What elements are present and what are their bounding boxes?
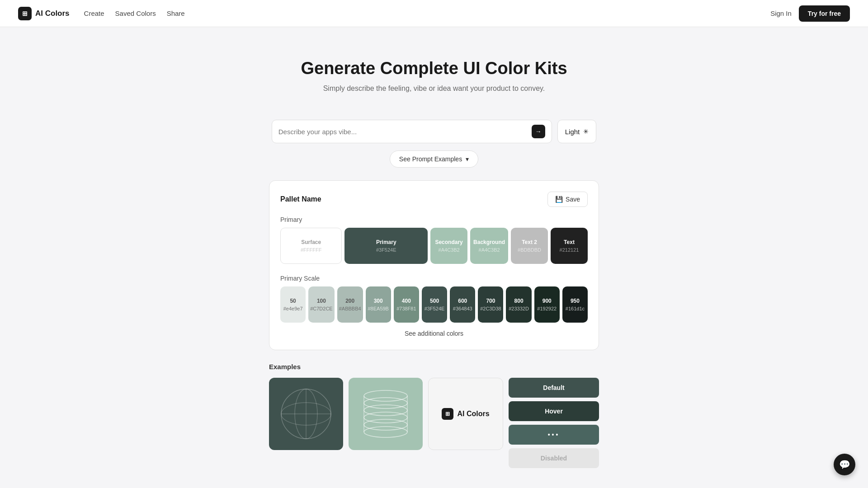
prompt-examples-button[interactable]: See Prompt Examples ▾ (390, 150, 478, 168)
swatch-surface[interactable]: Surface #FFFFFF (280, 228, 342, 264)
logo-text: AI Colors (35, 9, 70, 18)
palette-header: Pallet Name 💾 Save (280, 192, 588, 207)
chevron-down-icon: ▾ (466, 155, 469, 163)
see-additional-colors-button[interactable]: See additional colors (280, 323, 588, 339)
scale-label: 500 (430, 298, 439, 304)
scale-label: 600 (458, 298, 467, 304)
scale-400[interactable]: 400 #738F81 (394, 286, 419, 323)
scale-600[interactable]: 600 #364843 (450, 286, 475, 323)
logo[interactable]: ⊞ AI Colors (18, 7, 70, 20)
search-bar: → (272, 120, 552, 143)
swatch-hex: #A4C3B2 (439, 247, 460, 253)
search-input[interactable] (278, 128, 532, 136)
scale-label: 900 (542, 298, 552, 304)
mode-icon: ✳ (583, 128, 589, 135)
hero-section: Generate Complete UI Color Kits Simply d… (0, 27, 868, 111)
scale-500[interactable]: 500 #3F524E (422, 286, 447, 323)
hero-subtitle: Simply describe the feeling, vibe or ide… (9, 84, 859, 93)
scale-label: 950 (571, 298, 580, 304)
svg-point-8 (364, 412, 407, 423)
save-label: Save (566, 196, 580, 203)
primary-scale: 50 #e4e9e7 100 #C7D2CE 200 #ABBBB4 300 #… (280, 286, 588, 323)
nav-create[interactable]: Create (84, 9, 104, 17)
sphere-illustration (279, 387, 333, 441)
svg-point-7 (364, 405, 407, 416)
search-section: → Light ✳ (0, 111, 868, 143)
hover-button[interactable]: Hover (509, 401, 599, 421)
logo-icon: ⊞ (18, 7, 32, 20)
scale-950[interactable]: 950 #161d1c (562, 286, 588, 323)
navbar: ⊞ AI Colors Create Saved Colors Share Si… (0, 0, 868, 27)
examples-label: Examples (269, 363, 599, 371)
scale-hex: #738F81 (396, 306, 416, 311)
examples-section: Examples (269, 363, 599, 488)
swatch-background[interactable]: Background #A4C3B2 (470, 228, 508, 264)
buttons-panel: Default Hover ••• Disabled (509, 378, 599, 468)
swatch-label: Text 2 (522, 239, 537, 245)
scale-200[interactable]: 200 #ABBBB4 (337, 286, 363, 323)
nav-share[interactable]: Share (167, 9, 185, 17)
default-button[interactable]: Default (509, 378, 599, 398)
search-submit-button[interactable]: → (532, 125, 545, 138)
try-for-free-button[interactable]: Try for free (799, 5, 850, 22)
mode-toggle-button[interactable]: Light ✳ (557, 120, 597, 143)
scale-label: 700 (486, 298, 495, 304)
swatch-hex: #212121 (560, 247, 579, 253)
primary-swatches: Surface #FFFFFF Primary #3F524E Secondar… (280, 228, 588, 264)
rings-illustration (361, 387, 410, 441)
svg-point-5 (364, 390, 407, 401)
scale-label: 800 (514, 298, 524, 304)
primary-section-label: Primary (280, 216, 588, 223)
example-card-dark (269, 378, 343, 450)
swatch-hex: #FFFFFF (301, 247, 321, 253)
scale-100[interactable]: 100 #C7D2CE (308, 286, 335, 323)
swatch-primary[interactable]: Primary #3F524E (344, 228, 428, 264)
scale-hex: #364843 (453, 306, 472, 311)
scale-section-label: Primary Scale (280, 275, 588, 282)
swatch-secondary[interactable]: Secondary #A4C3B2 (430, 228, 467, 264)
scale-hex: #e4e9e7 (283, 306, 303, 311)
loading-button[interactable]: ••• (509, 425, 599, 445)
scale-hex: #161d1c (566, 306, 585, 311)
scale-900[interactable]: 900 #192922 (534, 286, 560, 323)
nav-links: Create Saved Colors Share (84, 9, 771, 17)
scale-label: 400 (402, 298, 411, 304)
scale-300[interactable]: 300 #8EA59B (366, 286, 391, 323)
chat-icon: 💬 (839, 459, 850, 470)
scale-label: 300 (374, 298, 383, 304)
scale-label: 200 (345, 298, 354, 304)
scale-hex: #C7D2CE (310, 306, 333, 311)
swatch-text[interactable]: Text #212121 (551, 228, 588, 264)
save-icon: 💾 (555, 196, 563, 203)
swatch-text2[interactable]: Text 2 #BDBDBD (511, 228, 548, 264)
svg-point-9 (364, 419, 407, 430)
save-button[interactable]: 💾 Save (547, 192, 588, 207)
disabled-button: Disabled (509, 448, 599, 468)
scale-hex: #8EA59B (368, 306, 388, 311)
scale-50[interactable]: 50 #e4e9e7 (280, 286, 306, 323)
scale-hex: #2C3D38 (480, 306, 501, 311)
swatch-label: Background (473, 239, 505, 245)
scale-hex: #23332D (509, 306, 529, 311)
scale-label: 50 (290, 298, 296, 304)
palette-name: Pallet Name (280, 195, 321, 203)
scale-hex: #3F524E (425, 306, 445, 311)
swatch-label: Primary (376, 239, 396, 245)
nav-saved-colors[interactable]: Saved Colors (115, 9, 156, 17)
swatch-label: Secondary (435, 239, 462, 245)
nav-right: Sign In Try for free (770, 5, 850, 22)
swatch-label: Text (564, 239, 575, 245)
scale-700[interactable]: 700 #2C3D38 (478, 286, 503, 323)
card-logo-text: AI Colors (457, 410, 489, 418)
signin-button[interactable]: Sign In (770, 9, 792, 17)
scale-hex: #ABBBB4 (339, 306, 361, 311)
chat-fab-button[interactable]: 💬 (834, 454, 855, 475)
prompt-examples-label: See Prompt Examples (399, 155, 462, 163)
swatch-label: Surface (301, 239, 321, 245)
example-card-light (349, 378, 423, 450)
scale-label: 100 (317, 298, 326, 304)
example-card-logo: ⊞ AI Colors (428, 378, 503, 450)
mode-label: Light (565, 128, 580, 136)
card-logo-icon: ⊞ (442, 408, 453, 420)
scale-800[interactable]: 800 #23332D (506, 286, 531, 323)
